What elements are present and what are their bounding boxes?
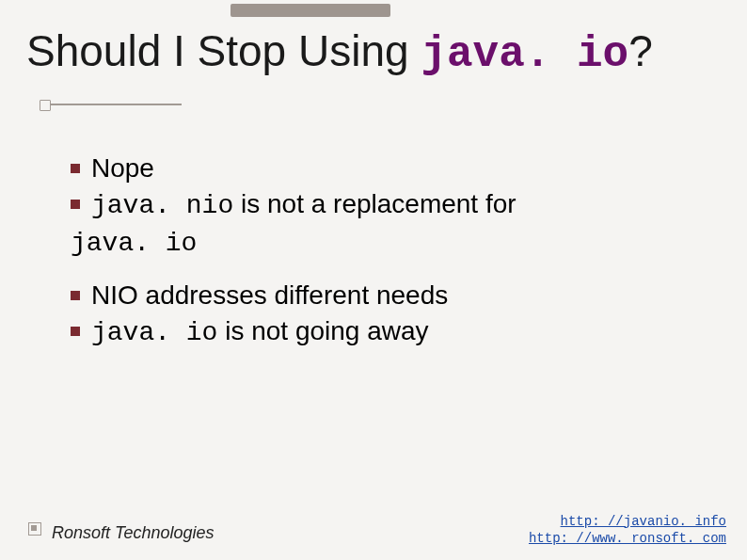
title-underline: [45, 104, 182, 105]
decorative-top-bar: [230, 4, 390, 17]
slide-title: Should I Stop Using java. io?: [26, 28, 721, 77]
footer-ornament-icon: [28, 522, 41, 536]
title-text-prefix: Should I Stop Using: [26, 26, 421, 75]
code-text: java. io: [71, 229, 197, 258]
footer-company: Ronsoft Technologies: [52, 523, 214, 543]
slide-body: Nopejava. nio is not a replacement forja…: [71, 151, 691, 351]
code-text: java. io: [91, 318, 217, 347]
title-text-suffix: ?: [628, 26, 653, 75]
bullet-text: Nope: [91, 153, 154, 183]
footer-link-2[interactable]: http: //www. ronsoft. com: [529, 530, 726, 547]
bullet-gap: [71, 261, 691, 278]
bullet-text: is not a replacement for: [233, 189, 516, 218]
title-code: java. io: [421, 30, 628, 79]
bullet-item: java. io is not going away: [71, 313, 691, 351]
bullet-continuation: java. io: [71, 224, 691, 262]
bullet-item: NIO addresses different needs: [71, 278, 691, 313]
bullet-item: Nope: [71, 151, 691, 186]
bullet-item: java. nio is not a replacement for: [71, 186, 691, 224]
bullet-text: is not going away: [217, 316, 428, 345]
footer-links: http: //javanio. info http: //www. ronso…: [529, 513, 726, 547]
slide: Should I Stop Using java. io? Nopejava. …: [0, 0, 747, 560]
bullet-text: NIO addresses different needs: [91, 280, 448, 310]
footer-link-1[interactable]: http: //javanio. info: [529, 513, 726, 530]
code-text: java. nio: [91, 191, 233, 220]
